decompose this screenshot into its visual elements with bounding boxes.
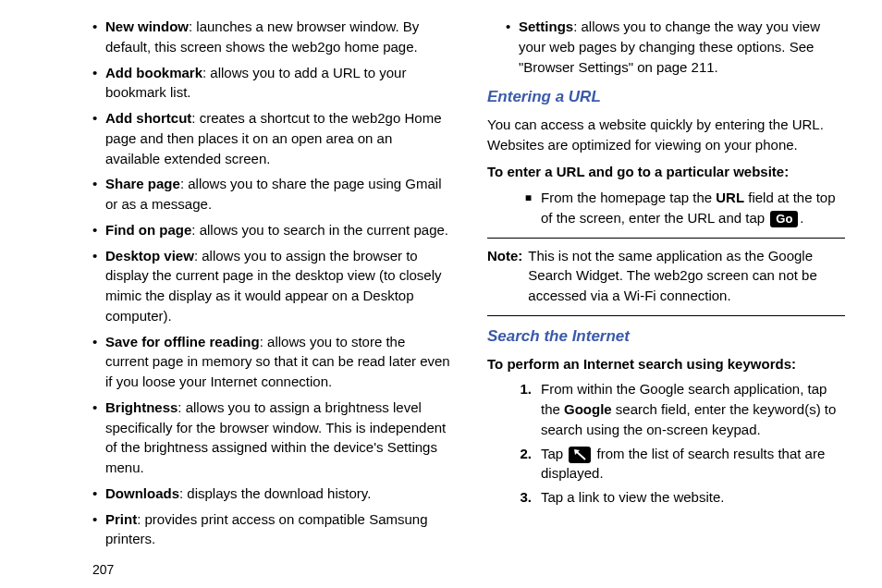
go-icon: Go [770,211,798,227]
step-item: 2. Tap from the list of search results t… [506,444,845,484]
square-bullet-icon: ■ [506,188,541,228]
list-item: •Desktop view: allows you to assign the … [92,246,450,326]
arrow-icon [569,447,591,463]
list-item: •New window: launches a new browser wind… [92,17,450,57]
note-block: Note: This is not the same application a… [487,246,845,306]
step-item: 3. Tap a link to view the website. [506,487,845,508]
divider [487,315,845,316]
section-heading: Search the Internet [487,325,845,349]
list-item: •Add shortcut: creates a shortcut to the… [92,108,450,168]
step-item: ■ From the homepage tap the URL field at… [506,188,845,228]
section-heading: Entering a URL [487,86,845,109]
body-text: You can access a website quickly by ente… [487,115,845,155]
list-item: •Print: provides print access on compati… [92,509,450,550]
sub-heading: To enter a URL and go to a particular we… [487,162,845,182]
page-content: •New window: launches a new browser wind… [0,0,882,564]
list-item: •Add bookmark: allows you to add a URL t… [92,63,450,104]
list-item: •Share page: allows you to share the pag… [92,174,450,214]
sub-heading: To perform an Internet search using keyw… [487,354,845,374]
list-item: •Find on page: allows you to search in t… [92,220,450,240]
divider [487,238,845,239]
list-item: •Save for offline reading: allows you to… [92,332,450,392]
left-column: •New window: launches a new browser wind… [92,17,450,555]
list-item: •Brightness: allows you to assign a brig… [92,398,450,478]
step-item: 1. From within the Google search applica… [506,379,845,439]
right-column: • Settings: allows you to change the way… [487,17,845,555]
page-number: 207 [92,562,114,577]
list-item: •Downloads: displays the download histor… [92,484,450,504]
list-item: • Settings: allows you to change the way… [506,17,845,77]
